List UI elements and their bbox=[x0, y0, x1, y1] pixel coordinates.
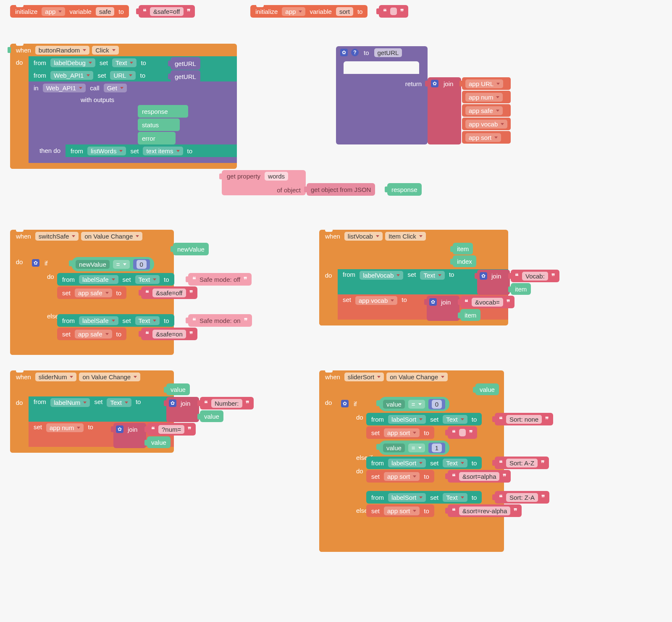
get-property-block[interactable]: get propertywords of object bbox=[222, 170, 306, 195]
string-safe-off[interactable]: ❝Safe mode: off❞ bbox=[188, 273, 252, 286]
string-value[interactable] bbox=[390, 8, 397, 15]
cond-eq[interactable]: newValue = 0 bbox=[71, 257, 154, 271]
kw-initialize: initialize bbox=[13, 8, 39, 15]
gear-icon[interactable]: ✿ bbox=[341, 400, 349, 407]
kw-variable: variable bbox=[68, 8, 93, 15]
join-block[interactable]: ✿ join bbox=[428, 77, 461, 144]
output-response[interactable]: response bbox=[138, 105, 188, 118]
block-init-safe[interactable]: initialize app variable safe to bbox=[10, 5, 129, 18]
string-vocab-label[interactable]: ❝Vocab:❞ bbox=[511, 270, 559, 282]
string-literal[interactable]: ❝&safe=on❞ bbox=[141, 328, 197, 340]
join-vocab-label[interactable]: ✿join bbox=[477, 270, 510, 295]
set-labelnum[interactable]: from labelNum set Text to bbox=[29, 396, 174, 422]
procedure-name[interactable]: getURL bbox=[374, 48, 402, 57]
string-sort-alpha[interactable]: ❝&sort=alpha❞ bbox=[448, 470, 511, 483]
block-when-button-random[interactable]: when buttonRandom Click do from labelDeb… bbox=[10, 44, 237, 169]
string-safe-on[interactable]: ❝Safe mode: on❞ bbox=[188, 314, 252, 327]
event-dropdown[interactable]: Click bbox=[92, 46, 119, 55]
set-labeldebug-text[interactable]: from labelDebug set Text to bbox=[29, 56, 237, 69]
scope-app[interactable]: app bbox=[282, 7, 305, 16]
gear-icon[interactable]: ✿ bbox=[32, 259, 39, 267]
gear-icon[interactable]: ✿ bbox=[429, 298, 437, 306]
string-empty[interactable]: ❝❞ bbox=[448, 426, 477, 439]
gear-icon[interactable]: ✿ bbox=[340, 49, 348, 56]
string-literal[interactable]: ❝&safe=off❞ bbox=[141, 286, 197, 299]
var-item[interactable]: item bbox=[511, 283, 531, 295]
string-num-param[interactable]: ❝?num=❞ bbox=[147, 423, 196, 436]
set-appsort-alpha[interactable]: setapp sortto bbox=[366, 470, 434, 483]
output-status[interactable]: status bbox=[138, 118, 180, 131]
var-item[interactable]: item bbox=[460, 309, 480, 321]
set-labelsafe-off[interactable]: from labelSafe set Text to bbox=[57, 273, 174, 286]
join-appvocab[interactable]: ✿join bbox=[427, 296, 459, 321]
quote-close-icon: ❞ bbox=[187, 8, 191, 16]
output-error[interactable]: error bbox=[138, 132, 176, 144]
cond-eq[interactable]: value = 0 bbox=[379, 397, 449, 411]
gear-icon[interactable]: ✿ bbox=[169, 399, 176, 407]
string-literal-empty[interactable]: ❝ ❞ bbox=[379, 5, 408, 18]
param-value[interactable]: value bbox=[475, 383, 499, 395]
string-value[interactable]: &safe=off bbox=[150, 7, 184, 16]
join-item[interactable]: app safe bbox=[462, 104, 511, 117]
block-define-geturl[interactable]: ✿ ? to getURL return bbox=[336, 46, 428, 144]
param-newvalue[interactable]: newValue bbox=[173, 243, 209, 255]
kw-to: to bbox=[117, 8, 126, 15]
get-object-from-json[interactable]: get object from JSON bbox=[307, 183, 375, 196]
set-labelsort-za[interactable]: fromlabelSortsetTextto bbox=[366, 491, 482, 504]
set-labelsafe-on[interactable]: from labelSafe set Text to bbox=[57, 314, 174, 327]
help-icon[interactable]: ? bbox=[351, 49, 359, 56]
var-response[interactable]: response bbox=[387, 183, 422, 196]
number-literal[interactable]: 0 bbox=[428, 399, 445, 409]
gear-icon[interactable]: ✿ bbox=[116, 425, 123, 433]
set-appsafe-off[interactable]: set app safe to bbox=[57, 286, 126, 299]
var-name-safe[interactable]: safe bbox=[96, 7, 114, 16]
call-webapi-get[interactable]: in Web_API1 call Get with outputs respon… bbox=[29, 81, 237, 163]
string-literal-safe-off[interactable]: ❝ &safe=off ❞ bbox=[139, 5, 195, 18]
string-vocab-param[interactable]: ❝&vocab=❞ bbox=[460, 296, 514, 308]
join-num-param[interactable]: ✿join bbox=[113, 423, 146, 448]
set-appsort-revalpha[interactable]: setapp sortto bbox=[366, 504, 434, 517]
param-value[interactable]: value bbox=[166, 383, 190, 395]
param-item[interactable]: item bbox=[453, 243, 473, 255]
gear-icon[interactable]: ✿ bbox=[431, 80, 438, 87]
property-name[interactable]: words bbox=[265, 172, 288, 181]
set-labelsort-none[interactable]: fromlabelSortsetTextto bbox=[366, 413, 482, 425]
set-webapi-url[interactable]: from Web_API1 set URL to bbox=[29, 69, 237, 81]
quote-open-icon: ❝ bbox=[143, 8, 147, 16]
string-sort-revalpha[interactable]: ❝&sort=rev-alpha❞ bbox=[448, 504, 522, 517]
string-number-label[interactable]: ❝Number:❞ bbox=[200, 397, 254, 409]
string-sort-az[interactable]: ❝Sort: A-Z❞ bbox=[495, 457, 549, 469]
set-labelsort-az[interactable]: fromlabelSortsetTextto bbox=[366, 457, 482, 469]
component-dropdown[interactable]: buttonRandom bbox=[35, 46, 89, 55]
block-init-sort[interactable]: initialize app variable sort to bbox=[250, 5, 368, 18]
join-item[interactable]: app URL bbox=[462, 77, 511, 90]
join-item[interactable]: app vocab bbox=[462, 118, 511, 130]
block-canvas: initialize app variable safe to ❝ &safe=… bbox=[5, 5, 667, 617]
string-sort-za[interactable]: ❝Sort: Z-A❞ bbox=[495, 491, 549, 504]
gear-icon[interactable]: ✿ bbox=[480, 272, 487, 280]
call-geturl-2[interactable]: getURL bbox=[171, 70, 200, 83]
string-sort-none[interactable]: ❝Sort: none❞ bbox=[495, 413, 553, 425]
set-appsort-none[interactable]: setapp sortto bbox=[366, 426, 434, 439]
scope-app[interactable]: app bbox=[42, 7, 65, 16]
var-value[interactable]: value bbox=[147, 436, 171, 448]
join-item[interactable]: app num bbox=[462, 91, 511, 103]
join-number-label[interactable]: ✿join bbox=[166, 397, 199, 422]
var-value[interactable]: value bbox=[200, 410, 223, 422]
call-geturl-1[interactable]: getURL bbox=[171, 57, 200, 70]
cond-eq[interactable]: value = 1 bbox=[379, 441, 449, 455]
set-appsafe-on[interactable]: set app safe to bbox=[57, 328, 126, 340]
number-literal[interactable]: 1 bbox=[428, 443, 445, 453]
set-listwords-items[interactable]: from listWords set text items to bbox=[66, 144, 237, 157]
join-item[interactable]: app sort bbox=[462, 131, 511, 144]
var-name-sort[interactable]: sort bbox=[336, 7, 353, 16]
number-literal[interactable]: 0 bbox=[133, 259, 150, 270]
param-index[interactable]: index bbox=[453, 255, 476, 267]
